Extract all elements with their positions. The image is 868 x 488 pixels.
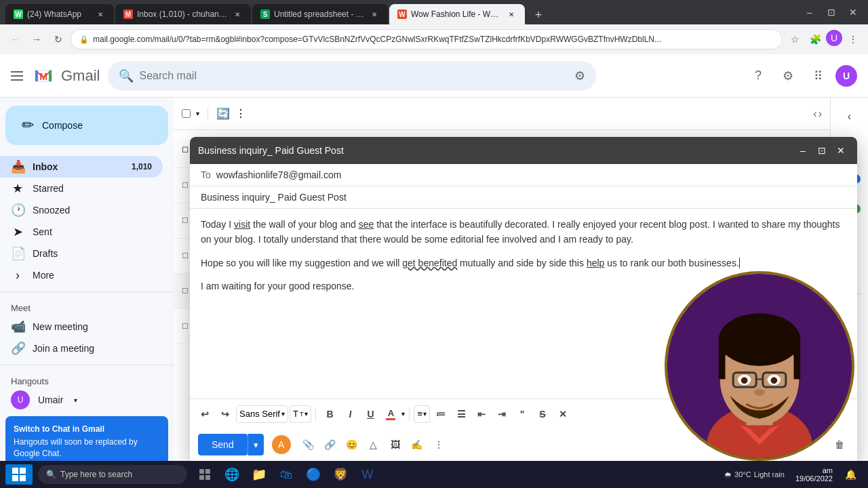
font-size-icon: T bbox=[300, 411, 304, 418]
browser-profile-button[interactable]: U bbox=[826, 30, 842, 46]
taskbar-explorer[interactable]: 📁 bbox=[247, 462, 271, 487]
next-page-button[interactable]: › bbox=[818, 108, 822, 120]
tab-gmail[interactable]: M Inbox (1,010) - chuhanumair37@... ✕ bbox=[115, 4, 251, 24]
bookmark-button[interactable]: ☆ bbox=[785, 30, 804, 49]
send-dropdown-button[interactable]: ▾ bbox=[248, 434, 264, 455]
attach-file-button[interactable]: 📎 bbox=[299, 435, 318, 454]
settings-button[interactable]: ⚙ bbox=[776, 64, 800, 88]
insert-photo-button[interactable]: 🖼 bbox=[386, 435, 405, 454]
tab-wow[interactable]: W Wow Fashion Life - Where Fashi... ✕ bbox=[389, 4, 525, 24]
minimize-browser-button[interactable]: – bbox=[800, 3, 819, 22]
tab-close-gmail[interactable]: ✕ bbox=[232, 9, 243, 20]
bold-button[interactable]: B bbox=[320, 405, 339, 424]
apps-button[interactable]: ⠿ bbox=[806, 64, 830, 88]
taskbar-search[interactable]: 🔍 Type here to search bbox=[38, 465, 187, 484]
search-options-icon[interactable]: ⚙ bbox=[574, 68, 585, 83]
compose-to-value[interactable]: wowfashionlife78@gmail.com bbox=[216, 169, 342, 180]
insert-link-button[interactable]: 🔗 bbox=[321, 435, 340, 454]
sidebar-item-inbox[interactable]: 📥 Inbox 1,010 bbox=[0, 156, 163, 178]
taskbar-search-placeholder: Type here to search bbox=[60, 470, 132, 479]
insert-emoji-button[interactable]: 😊 bbox=[342, 435, 361, 454]
insert-signature-button[interactable]: ✍ bbox=[408, 435, 427, 454]
insert-drive-button[interactable]: △ bbox=[364, 435, 383, 454]
prev-page-button[interactable]: ‹ bbox=[813, 108, 816, 120]
user-avatar[interactable]: U bbox=[835, 65, 857, 87]
svg-rect-23 bbox=[199, 469, 204, 474]
select-dropdown[interactable]: ▾ bbox=[196, 110, 199, 117]
new-meeting-icon: 📹 bbox=[11, 319, 24, 334]
tab-sheets[interactable]: S Untitled spreadsheet - Google S... ✕ bbox=[252, 4, 388, 24]
restore-browser-button[interactable]: ⊡ bbox=[822, 3, 841, 22]
sidebar-item-snoozed[interactable]: 🕐 Snoozed bbox=[0, 199, 163, 221]
undo-button[interactable]: ↩ bbox=[195, 405, 214, 424]
align-selector[interactable]: ≡ ▾ bbox=[414, 405, 430, 423]
back-button[interactable]: ← bbox=[5, 30, 24, 49]
notification-center[interactable]: 🔔 bbox=[838, 462, 863, 487]
italic-button[interactable]: I bbox=[340, 405, 359, 424]
taskbar-word[interactable]: W bbox=[355, 462, 380, 487]
sidebar-snoozed-label: Snoozed bbox=[33, 205, 70, 216]
start-button[interactable] bbox=[5, 464, 33, 485]
more-options-button[interactable]: ⋮ bbox=[235, 107, 246, 120]
taskbar-brave[interactable]: 🦁 bbox=[328, 462, 353, 487]
sidebar-item-hangouts-user[interactable]: U Umair ▾ bbox=[0, 389, 163, 411]
bullet-list-button[interactable]: ☰ bbox=[452, 405, 471, 424]
compose-close-button[interactable]: ✕ bbox=[833, 142, 849, 159]
text-color-button[interactable]: A bbox=[381, 405, 400, 424]
taskbar-task-view[interactable] bbox=[193, 462, 217, 487]
numbered-list-button[interactable]: ≔ bbox=[431, 405, 450, 424]
taskbar-chrome[interactable]: 🔵 bbox=[301, 462, 326, 487]
compose-button[interactable]: ✏ Compose bbox=[5, 106, 168, 145]
select-all-checkbox[interactable] bbox=[182, 109, 191, 118]
sidebar-item-join-meeting[interactable]: 🔗 Join a meeting bbox=[0, 338, 163, 359]
sidebar-item-new-meeting[interactable]: 📹 New meeting bbox=[0, 316, 163, 338]
sidebar-join-meeting-label: Join a meeting bbox=[33, 343, 94, 354]
strikethrough-button[interactable]: S bbox=[533, 405, 552, 424]
indent-inc-button[interactable]: ⇥ bbox=[492, 405, 511, 424]
sidebar-item-starred[interactable]: ★ Starred bbox=[0, 178, 163, 199]
more-options-compose-button[interactable]: ⋮ bbox=[429, 435, 448, 454]
text-color-dropdown[interactable]: ▾ bbox=[401, 410, 405, 418]
browser-menu-button[interactable]: ⋮ bbox=[844, 30, 863, 49]
sidebar-item-drafts[interactable]: 📄 Drafts bbox=[0, 243, 163, 264]
refresh-button[interactable]: 🔄 bbox=[216, 107, 230, 120]
gmail-menu-icon[interactable] bbox=[11, 68, 27, 84]
remove-format-button[interactable]: ✕ bbox=[553, 405, 572, 424]
new-tab-button[interactable]: + bbox=[529, 5, 548, 24]
sidebar-item-more[interactable]: › More bbox=[0, 264, 163, 286]
quote-button[interactable]: " bbox=[513, 405, 532, 424]
search-input[interactable] bbox=[139, 70, 569, 82]
taskbar-store[interactable]: 🛍 bbox=[274, 462, 298, 487]
font-family-selector[interactable]: Sans Serif ▾ bbox=[236, 405, 288, 423]
gmail-search-bar[interactable]: 🔍 ⚙ bbox=[108, 61, 596, 91]
underline-button[interactable]: U bbox=[361, 405, 380, 424]
address-bar[interactable]: 🔒 mail.google.com/mail/u/0/?tab=rm&ogbl#… bbox=[71, 29, 783, 49]
tab-close-sheets[interactable]: ✕ bbox=[369, 9, 380, 20]
svg-rect-19 bbox=[12, 468, 18, 474]
taskbar-search-icon: 🔍 bbox=[46, 470, 56, 479]
indent-dec-button[interactable]: ⇤ bbox=[472, 405, 491, 424]
forward-button[interactable]: → bbox=[27, 30, 46, 49]
compose-to-field[interactable]: To wowfashionlife78@gmail.com bbox=[190, 164, 857, 186]
send-button[interactable]: Send bbox=[198, 434, 248, 455]
tab-favicon-whatsapp: W bbox=[14, 9, 23, 19]
rs-nav-left[interactable]: ‹ bbox=[836, 103, 863, 130]
taskbar-edge[interactable]: 🌐 bbox=[220, 462, 244, 487]
formatting-options-button[interactable]: A bbox=[272, 435, 291, 454]
compose-header: Business inquiry_ Paid Guest Post – ⊡ ✕ bbox=[190, 137, 857, 164]
compose-subject-field[interactable]: Business inquiry_ Paid Guest Post bbox=[190, 186, 857, 209]
close-browser-button[interactable]: ✕ bbox=[844, 3, 863, 22]
reload-button[interactable]: ↻ bbox=[49, 30, 68, 49]
underline-help: help bbox=[587, 258, 604, 268]
tab-close-wow[interactable]: ✕ bbox=[506, 9, 517, 20]
tab-close-whatsapp[interactable]: ✕ bbox=[95, 9, 106, 20]
compose-fullscreen-button[interactable]: ⊡ bbox=[814, 142, 830, 159]
redo-button[interactable]: ↪ bbox=[216, 405, 235, 424]
sidebar-item-sent[interactable]: ➤ Sent bbox=[0, 221, 163, 243]
delete-draft-button[interactable]: 🗑 bbox=[830, 435, 849, 454]
tab-whatsapp[interactable]: W (24) WhatsApp ✕ bbox=[5, 4, 114, 24]
browser-extensions-button[interactable]: 🧩 bbox=[806, 30, 825, 49]
compose-minimize-button[interactable]: – bbox=[795, 142, 811, 159]
help-button[interactable]: ? bbox=[746, 64, 770, 88]
font-size-selector[interactable]: T T ▾ bbox=[290, 405, 311, 423]
